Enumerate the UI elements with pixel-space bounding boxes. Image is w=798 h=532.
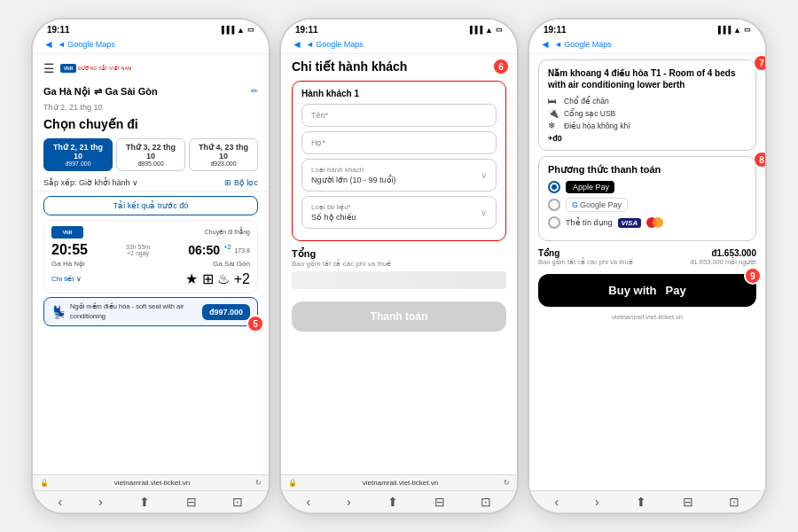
seat-selected[interactable]: 💺 Ngồi mềm điều hòa - soft seat with air… (43, 297, 258, 326)
chevron-id: ∨ (481, 207, 487, 217)
browser-refresh-2[interactable]: ↻ (504, 479, 510, 487)
radio-credit-card[interactable] (548, 216, 560, 229)
nav-back-3[interactable]: ‹ (554, 495, 559, 509)
browser-nav-1: ‹ › ⬆ ⊟ ⊡ (33, 490, 269, 512)
phone-2: 19:11 ▐▐▐ ▲ ▭ ◄ ◄ Google Maps Chi tiết h… (279, 18, 519, 514)
bed-icon: 🛏 (548, 96, 560, 106)
buy-btn-pay: Pay (666, 284, 686, 297)
browser-url-2: vietnamrail.viet-ticket.vn (301, 479, 500, 487)
route-text-group: Ga Hà Nội ⇌ Ga Sài Gòn (43, 82, 158, 98)
seats-count: 173 8 (234, 247, 250, 254)
status-bar-1: 19:11 ▐▐▐ ▲ ▭ (33, 20, 269, 36)
sort-text[interactable]: Sắp xếp: Giờ khởi hành ∨ (43, 178, 138, 187)
time-1: 19:11 (47, 25, 70, 35)
apple-pay-option[interactable]: Apple Pay (548, 181, 747, 193)
radio-apple-pay[interactable] (548, 181, 560, 193)
section-title-1: Chọn chuyến đi (33, 112, 269, 135)
passenger-type-value: Người lớn (10 - 99 tuổi) (311, 176, 396, 184)
nav-forward-1[interactable]: › (98, 495, 103, 509)
g-letter: G (572, 200, 578, 209)
tong-section: Tổng Bao gồm tất cả các phí và thuế (281, 245, 517, 296)
browser-refresh-1[interactable]: ↻ (255, 479, 262, 487)
logo-texts: ĐƯỜNG SẮT VIỆT NAM (78, 66, 132, 71)
amenity-row-1: 🔌 Cổng sạc USB (548, 108, 747, 118)
nav-forward-2[interactable]: › (347, 495, 351, 509)
p2-main-title: Chi tiết hành khách (292, 59, 506, 74)
radio-google-pay[interactable] (548, 199, 560, 211)
lastname-field[interactable]: Họ* (301, 131, 497, 154)
amenity-row-2: ❄ Điều hòa không khí (548, 121, 747, 130)
content-1: ☰ VNR ĐƯỜNG SẮT VIỆT NAM Ga Hà Nội ⇌ Ga … (33, 54, 269, 474)
browser-nav-3: ‹ › ⬆ ⊟ ⊡ (529, 490, 765, 512)
wifi-icon-1: ▲ (237, 26, 245, 35)
gpay-label: Google Pay (580, 200, 622, 209)
route-date: Thứ 2, 21 thg 10 (33, 103, 269, 112)
back-arrow-1[interactable]: ◄ (43, 38, 54, 51)
back-arrow-3[interactable]: ◄ (540, 38, 551, 51)
maps-bar-1[interactable]: ◄ ◄ Google Maps (33, 36, 269, 54)
room-card: Nằm khoang 4 điều hòa T1 - Room of 4 bed… (538, 59, 756, 151)
prev-result-btn[interactable]: Tải kết quả trước đó (43, 196, 258, 215)
maps-bar-3[interactable]: ◄ ◄ Google Maps (529, 36, 765, 54)
credit-card-option[interactable]: Thẻ tín dụng VISA (548, 216, 747, 229)
train-badge: VNR (63, 230, 73, 235)
content-2: Chi tiết hành khách 6 Hành khách 1 Tên* … (281, 54, 517, 474)
train-times: 20:55 33h 55m +2 ngày 06:50 +2 173 8 (51, 242, 250, 258)
train-header: VNR Chuyến đi thẳng (51, 226, 250, 239)
status-icons-2: ▐▐▐ ▲ ▭ (467, 26, 503, 35)
date-tab-1[interactable]: Thứ 3, 22 thg 10 đ895.000 (116, 138, 185, 171)
date-tab-0-day: Thứ 2, 21 thg 10 (50, 143, 106, 160)
route-to: Ga Sài Gòn (105, 86, 157, 97)
google-pay-option[interactable]: G Google Pay (548, 198, 747, 212)
amenity-text-1: Cổng sạc USB (564, 109, 615, 118)
nav-tabs-3[interactable]: ⊡ (729, 495, 739, 509)
passenger-type-field[interactable]: Loại hành khách Người lớn (10 - 99 tuổi)… (301, 159, 497, 192)
content-3: Nằm khoang 4 điều hòa T1 - Room of 4 bed… (529, 54, 765, 490)
id-type-field[interactable]: Loại tài liệu* Số hộ chiếu ∨ (301, 196, 497, 229)
sort-filter-bar: Sắp xếp: Giờ khởi hành ∨ ⊞ Bộ lọc (33, 175, 269, 192)
detail-link[interactable]: Chi tiết ∨ (51, 275, 82, 283)
nav-share-2[interactable]: ⬆ (387, 495, 398, 509)
nav-book-1[interactable]: ⊟ (186, 495, 197, 509)
back-arrow-2[interactable]: ◄ (292, 38, 302, 51)
thanh-toan-btn[interactable]: Thanh toán (292, 301, 506, 332)
firstname-field[interactable]: Tên* (301, 104, 497, 127)
nav-tabs-2[interactable]: ⊡ (481, 495, 491, 509)
menu-icon[interactable]: ☰ (43, 61, 55, 75)
room-card-wrapper: Nằm khoang 4 điều hòa T1 - Room of 4 bed… (529, 59, 765, 151)
payment-title: Phương thức thanh toán (548, 164, 747, 176)
nav-back-1[interactable]: ‹ (58, 495, 62, 509)
signal-icon-2: ▐▐▐ (467, 26, 482, 34)
maps-bar-2[interactable]: ◄ ◄ Google Maps (281, 36, 517, 54)
date-tab-2[interactable]: Thứ 4, 23 thg 10 đ923.000 (189, 138, 258, 171)
buy-btn[interactable]: Buy with Pay (538, 274, 756, 307)
step-badge-7: 7 (753, 54, 765, 72)
vnr-tagline: ĐƯỜNG SẮT VIỆT NAM (78, 66, 132, 71)
total-section: Tổng đ1.653.000 Bao gồm tất cả các phí v… (529, 245, 765, 270)
nav-tabs-1[interactable]: ⊡ (232, 495, 243, 509)
nav-forward-3[interactable]: › (595, 495, 599, 509)
date-tab-0[interactable]: Thứ 2, 21 thg 10 đ997.000 (43, 138, 113, 171)
total-label: Tổng (538, 248, 559, 258)
id-type-value: Số hộ chiếu (311, 213, 356, 222)
nav-book-2[interactable]: ⊟ (434, 495, 445, 509)
room-title: Nằm khoang 4 điều hòa T1 - Room of 4 bed… (548, 67, 747, 90)
total-sub-amount: đ1.653.000 mỗi người (690, 258, 756, 266)
visa-badge: VISA (618, 218, 642, 228)
nav-back-2[interactable]: ‹ (306, 495, 310, 509)
maps-label-3: ◄ Google Maps (554, 40, 612, 49)
duration: 33h 55m +2 ngày (91, 244, 184, 256)
nav-book-3[interactable]: ⊟ (683, 495, 693, 509)
nav-share-3[interactable]: ⬆ (636, 495, 646, 509)
detail-row: Chi tiết ∨ ★ ⊞ ♨ +2 (51, 270, 250, 287)
maps-label-2: ◄ Google Maps (306, 40, 364, 49)
edit-icon[interactable]: ✏ (251, 86, 258, 96)
nav-share-1[interactable]: ⬆ (139, 495, 150, 509)
date-tab-0-price: đ997.000 (50, 160, 106, 167)
gpay-badge: G Google Pay (566, 198, 628, 212)
date-tabs: Thứ 2, 21 thg 10 đ997.000 Thứ 3, 22 thg … (33, 135, 269, 175)
filter-btn[interactable]: ⊞ Bộ lọc (224, 178, 258, 187)
battery-icon-3: ▭ (744, 26, 751, 34)
date-tab-1-price: đ895.000 (122, 160, 179, 167)
browser-bar-1: 🔒 vietnamrail.viet-ticket.vn ↻ (33, 474, 269, 490)
